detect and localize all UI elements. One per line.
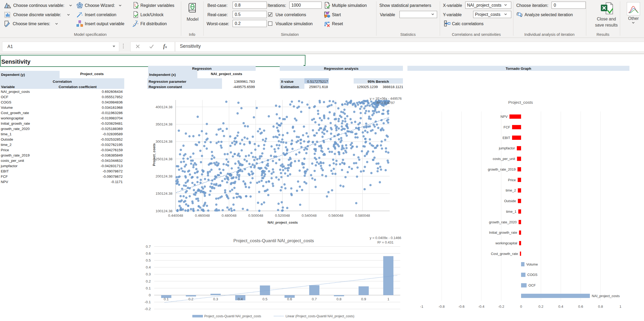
svg-text:growth_rate_2019: growth_rate_2019 — [488, 167, 516, 171]
svg-text:EBIT: EBIT — [503, 136, 510, 140]
svg-text:0.4: 0.4 — [146, 265, 151, 269]
svg-text:400124.38: 400124.38 — [156, 105, 172, 109]
svg-text:0.6: 0.6 — [287, 297, 292, 301]
svg-text:0.540048: 0.540048 — [302, 214, 317, 218]
svg-text:350124.38: 350124.38 — [156, 122, 172, 126]
svg-text:-0.6: -0.6 — [458, 305, 464, 309]
svg-text:0.4: 0.4 — [558, 305, 563, 309]
svg-text:costs_per_unit: costs_per_unit — [493, 157, 515, 161]
svg-text:0.2: 0.2 — [146, 279, 151, 283]
svg-text:200124.38: 200124.38 — [156, 174, 172, 178]
svg-text:0.3: 0.3 — [146, 272, 151, 276]
svg-text:Volume: Volume — [526, 262, 538, 266]
svg-text:R² = 0.4797: R² = 0.4797 — [377, 101, 395, 105]
svg-text:NAI_project_costs: NAI_project_costs — [268, 220, 298, 224]
svg-text:Project_costs-Quantil NAI_proj: Project_costs-Quantil NAI_project_costs — [233, 238, 314, 243]
svg-text:0.440048: 0.440048 — [168, 214, 183, 218]
svg-text:0.6: 0.6 — [578, 305, 583, 309]
svg-text:Project_costs: Project_costs — [152, 143, 156, 166]
svg-text:Price: Price — [508, 178, 516, 182]
svg-text:jumpfactor: jumpfactor — [499, 146, 515, 150]
svg-text:-0.2: -0.2 — [145, 307, 151, 311]
svg-text:COGS: COGS — [527, 273, 538, 277]
svg-text:Initial_growth_rate: Initial_growth_rate — [489, 231, 517, 235]
svg-text:0: 0 — [520, 305, 522, 309]
svg-text:0.9: 0.9 — [361, 297, 366, 301]
svg-text:0.5: 0.5 — [146, 258, 151, 262]
svg-text:R² = 0.431: R² = 0.431 — [377, 240, 393, 244]
svg-text:NPV: NPV — [500, 115, 508, 119]
svg-text:150124.38: 150124.38 — [156, 192, 172, 196]
svg-text:300124.38: 300124.38 — [156, 140, 172, 144]
svg-text:-0.8: -0.8 — [438, 305, 445, 309]
svg-text:Linear (Project_costs-Quantil: Linear (Project_costs-Quantil NAI_projec… — [286, 314, 354, 318]
svg-text:0.1: 0.1 — [164, 297, 169, 301]
svg-text:0.5: 0.5 — [263, 297, 268, 301]
svg-text:100124.38: 100124.38 — [156, 209, 172, 213]
svg-text:0.500048: 0.500048 — [248, 214, 263, 218]
svg-text:-0.1: -0.1 — [145, 300, 151, 304]
svg-text:0: 0 — [149, 293, 151, 297]
svg-text:0.7: 0.7 — [312, 297, 317, 301]
svg-text:Project_costs: Project_costs — [508, 100, 533, 105]
svg-text:-0.2: -0.2 — [498, 305, 504, 309]
svg-text:0.560048: 0.560048 — [328, 214, 343, 218]
svg-text:NAI_project_costs: NAI_project_costs — [592, 294, 620, 298]
svg-text:0.460048: 0.460048 — [195, 214, 210, 218]
svg-text:0.2: 0.2 — [539, 305, 544, 309]
svg-text:0.8: 0.8 — [336, 297, 341, 301]
svg-text:0.480048: 0.480048 — [221, 214, 236, 218]
svg-text:0.6: 0.6 — [146, 251, 151, 255]
svg-text:time_2: time_2 — [506, 188, 516, 192]
svg-text:time_1: time_1 — [506, 210, 516, 214]
svg-text:250124.38: 250124.38 — [156, 157, 172, 161]
svg-text:OCF: OCF — [528, 283, 536, 287]
svg-text:0.580048: 0.580048 — [355, 214, 370, 218]
svg-text:-1: -1 — [420, 305, 423, 309]
svg-text:Cost_growth_rate: Cost_growth_rate — [491, 252, 518, 256]
svg-text:workingcapital: workingcapital — [495, 241, 517, 245]
svg-text:0.3: 0.3 — [213, 297, 218, 301]
svg-text:0.7: 0.7 — [146, 245, 151, 249]
svg-text:0.1: 0.1 — [146, 286, 151, 290]
svg-text:y = 0.0409x - 0.1466: y = 0.0409x - 0.1466 — [370, 236, 401, 240]
svg-text:Outside: Outside — [504, 199, 516, 203]
svg-text:0.4: 0.4 — [238, 297, 243, 301]
svg-text:y = 1E+06x - 449576: y = 1E+06x - 449576 — [370, 97, 402, 101]
svg-text:Project_costs-Quantil NAI_proj: Project_costs-Quantil NAI_project_costs — [204, 314, 261, 318]
svg-text:1: 1 — [387, 297, 389, 301]
svg-text:FCF: FCF — [504, 125, 510, 129]
svg-text:-0.4: -0.4 — [478, 305, 485, 309]
svg-text:0.520048: 0.520048 — [275, 214, 290, 218]
svg-text:growth_rate_2020: growth_rate_2020 — [489, 220, 517, 224]
svg-text:1: 1 — [619, 305, 621, 309]
svg-text:0.8: 0.8 — [598, 305, 603, 309]
